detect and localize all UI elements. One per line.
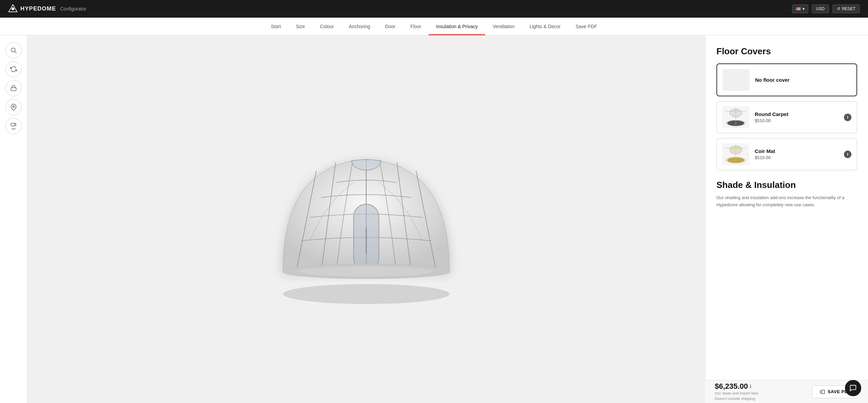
chevron-down-icon: ▾ xyxy=(803,6,805,11)
logo: HYPEDOME xyxy=(8,4,56,14)
coir-mat-thumbnail xyxy=(722,143,749,165)
dome-scene xyxy=(27,35,705,403)
svg-point-2 xyxy=(11,48,15,52)
svg-point-5 xyxy=(13,106,14,108)
nav-item-ventilation[interactable]: Ventilation xyxy=(485,18,522,35)
header-left: HYPEDOME Configurator xyxy=(8,4,86,14)
currency-selector[interactable]: USD xyxy=(812,4,829,13)
reset-button[interactable]: ↺ RESET xyxy=(832,4,860,13)
price-value: $6,235.00 xyxy=(715,382,748,391)
reset-icon: ↺ xyxy=(837,6,840,11)
svg-point-1 xyxy=(12,7,15,11)
rotate-icon xyxy=(10,66,17,73)
floor-option-no-cover[interactable]: No floor cover xyxy=(716,63,857,96)
round-carpet-preview xyxy=(722,106,749,128)
logo-icon xyxy=(8,4,18,14)
svg-rect-4 xyxy=(11,88,16,91)
nav-item-lights-decor[interactable]: Lights & Decor xyxy=(522,18,568,35)
round-carpet-info: Round Carpet $510.00 xyxy=(755,111,839,123)
round-carpet-name: Round Carpet xyxy=(755,111,839,117)
ar-cube-icon xyxy=(11,122,17,127)
nav-item-door[interactable]: Door xyxy=(378,18,403,35)
ar-button[interactable]: AR xyxy=(5,118,22,134)
floor-option-round-carpet[interactable]: Round Carpet $510.00 i xyxy=(716,101,857,133)
nav-item-save-pdf[interactable]: Save PDF xyxy=(568,18,605,35)
shade-insulation-title: Shade & Insulation xyxy=(716,180,857,190)
svg-line-3 xyxy=(15,52,16,53)
save-pdf-icon xyxy=(820,389,825,395)
nav-item-start[interactable]: Start xyxy=(263,18,289,35)
nav-item-insulation[interactable]: Insulation & Privacy xyxy=(429,18,485,35)
shade-insulation-description: Our shading and insulation add-ons incre… xyxy=(716,194,857,209)
configuration-panel: Floor Covers No floor cover xyxy=(705,35,868,403)
svg-point-11 xyxy=(300,266,433,276)
rotate-button[interactable] xyxy=(5,61,22,77)
interior-button[interactable] xyxy=(5,80,22,96)
price-section: $6,235.00 ℹ Incl. taxes and import fees.… xyxy=(715,382,759,401)
svg-point-21 xyxy=(730,146,742,154)
no-floor-thumbnail xyxy=(723,69,750,91)
floor-covers-title: Floor Covers xyxy=(716,46,857,57)
flag-selector[interactable]: 🇺🇸 ▾ xyxy=(792,4,808,13)
round-carpet-info-icon[interactable]: i xyxy=(844,114,851,121)
dome-visualization xyxy=(263,131,469,307)
main-content: AR xyxy=(0,35,868,403)
flag-icon: 🇺🇸 xyxy=(796,6,801,11)
nav-item-anchoring[interactable]: Anchoring xyxy=(341,18,378,35)
nav-item-colour[interactable]: Colour xyxy=(313,18,341,35)
coir-mat-info-icon[interactable]: i xyxy=(844,151,851,158)
footer-spacer xyxy=(716,209,857,236)
floor-option-coir-mat[interactable]: Coir Mat $510.00 i xyxy=(716,138,857,170)
annotation-icon xyxy=(10,104,17,111)
coir-mat-name: Coir Mat xyxy=(755,148,839,154)
price-note-2: Doesn't include shipping. xyxy=(715,396,759,401)
footer-bar: $6,235.00 ℹ Incl. taxes and import fees.… xyxy=(705,380,868,403)
main-navigation: Start Size Colour Anchoring Door Floor I… xyxy=(0,18,868,35)
configurator-label: Configurator xyxy=(60,6,86,12)
svg-point-16 xyxy=(730,109,742,117)
price-note-1: Incl. taxes and import fees. xyxy=(715,391,759,396)
svg-rect-6 xyxy=(11,123,15,126)
header: HYPEDOME Configurator 🇺🇸 ▾ USD ↺ RESET xyxy=(0,0,868,18)
no-floor-info: No floor cover xyxy=(755,77,851,83)
coir-mat-info: Coir Mat $510.00 xyxy=(755,148,839,160)
annotation-button[interactable] xyxy=(5,99,22,115)
nav-item-size[interactable]: Size xyxy=(288,18,312,35)
svg-rect-26 xyxy=(822,390,825,394)
price-info-icon: ℹ xyxy=(750,384,751,389)
logo-text: HYPEDOME xyxy=(20,5,56,12)
ar-label: AR xyxy=(11,127,16,131)
header-right: 🇺🇸 ▾ USD ↺ RESET xyxy=(792,4,860,13)
no-floor-preview xyxy=(723,69,750,91)
round-carpet-price: $510.00 xyxy=(755,118,839,123)
3d-viewer xyxy=(27,35,705,403)
round-carpet-thumbnail xyxy=(722,106,749,128)
chat-icon xyxy=(849,384,857,392)
interior-icon xyxy=(10,85,17,92)
shade-insulation-section: Shade & Insulation Our shading and insul… xyxy=(716,180,857,209)
coir-mat-price: $510.00 xyxy=(755,155,839,160)
coir-mat-preview xyxy=(722,143,749,165)
left-sidebar: AR xyxy=(0,35,27,403)
nav-item-floor[interactable]: Floor xyxy=(403,18,429,35)
search-button[interactable] xyxy=(5,42,22,58)
svg-point-7 xyxy=(283,284,450,304)
search-icon xyxy=(10,47,17,54)
no-floor-name: No floor cover xyxy=(755,77,851,83)
chat-bubble[interactable] xyxy=(845,380,861,396)
total-price: $6,235.00 ℹ xyxy=(715,382,759,391)
